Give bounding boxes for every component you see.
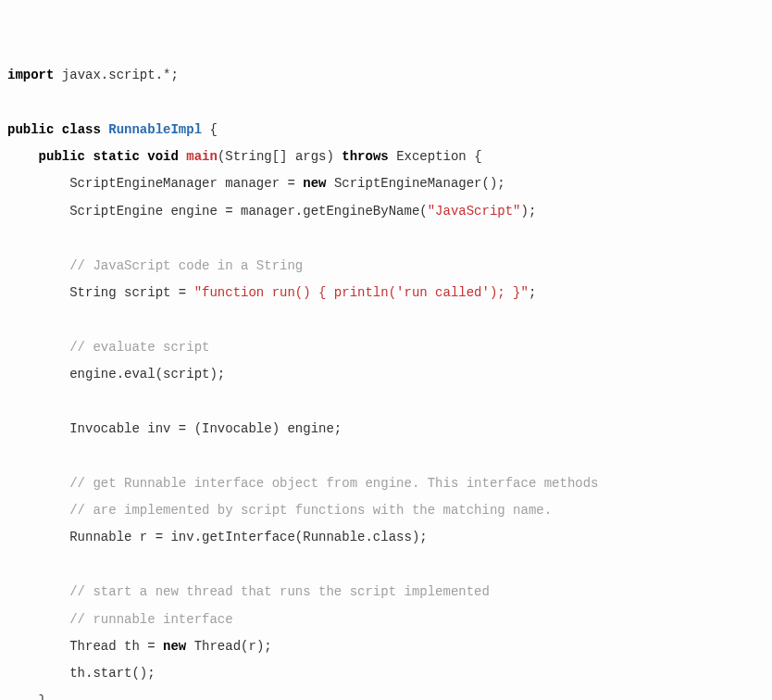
code-text: javax.script.*;	[54, 68, 178, 82]
code-block: import javax.script.*; public class Runn…	[7, 62, 765, 700]
code-text: Thread th =	[69, 639, 163, 654]
keyword-void: void	[147, 149, 179, 164]
keyword-public: public	[39, 149, 85, 164]
keyword-import: import	[7, 68, 54, 82]
code-text: Invocable inv = (Invocable) engine;	[69, 421, 342, 436]
code-text: ;	[529, 285, 536, 300]
code-text: ScriptEngineManager();	[326, 176, 504, 191]
keyword-static: static	[93, 149, 139, 164]
code-text: Runnable r = inv.getInterface(Runnable.c…	[69, 530, 427, 544]
method-name: main	[186, 149, 218, 164]
code-text: String script =	[69, 285, 193, 300]
keyword-throws: throws	[342, 149, 388, 164]
comment: // get Runnable interface object from en…	[69, 476, 598, 491]
code-text: {	[202, 122, 218, 137]
code-text: );	[521, 204, 537, 219]
keyword-class: class	[62, 122, 101, 137]
keyword-new: new	[303, 176, 326, 191]
code-text: (String[] args)	[218, 149, 342, 164]
comment: // runnable interface	[69, 612, 232, 627]
code-text: ScriptEngine engine = manager.getEngineB…	[69, 204, 427, 219]
code-text: Thread(r);	[186, 639, 271, 654]
code-text: Exception {	[389, 149, 482, 164]
code-text: engine.eval(script);	[69, 367, 225, 381]
keyword-public: public	[7, 122, 54, 137]
code-text: ScriptEngineManager manager =	[69, 176, 303, 191]
keyword-new: new	[163, 639, 186, 654]
comment: // start a new thread that runs the scri…	[69, 584, 490, 599]
class-name: RunnableImpl	[108, 122, 202, 137]
brace-close: }	[39, 694, 46, 700]
string-literal: "function run() { println('run called');…	[194, 285, 529, 300]
comment: // JavaScript code in a String	[69, 258, 303, 273]
code-text: th.start();	[69, 666, 155, 681]
comment: // evaluate script	[69, 340, 209, 355]
comment: // are implemented by script functions w…	[69, 503, 552, 518]
string-literal: "JavaScript"	[428, 204, 521, 219]
